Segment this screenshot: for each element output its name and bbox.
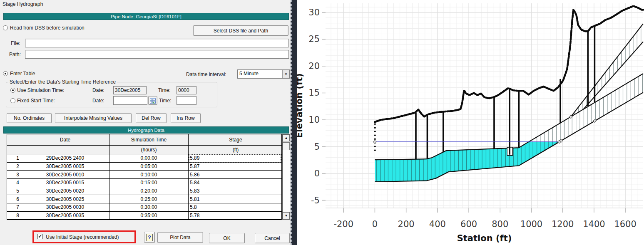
cell-simulation-time[interactable]: 0:05:00 [109,163,189,171]
svg-text:10: 10 [308,115,320,125]
table-row: 630Dec2005 00250:25:005.81 [7,195,281,203]
cancel-button[interactable]: Cancel [255,233,290,243]
window-title: Stage Hydrograph [2,1,43,7]
cell-date[interactable]: 30Dec2005 0010 [21,171,109,179]
fixed-start-time-label: Fixed Start Time: [17,98,55,104]
cell-stage[interactable]: 5.83 [189,187,281,196]
read-from-dss-label: Read from DSS before simulation [10,25,85,31]
unit-date [21,146,109,154]
table-row: 330Dec2005 00100:10:005.86 [7,171,281,179]
table-scrollbar[interactable]: ▲ ▼ [282,134,290,220]
cell-date[interactable]: 29Dec2005 2400 [21,154,109,163]
fixed-start-time-radio[interactable] [10,98,15,103]
cell-date[interactable]: 30Dec2005 0030 [21,203,109,212]
svg-text:600: 600 [460,219,477,229]
time-reference-group-label: Select/Enter the Data's Starting Time Re… [8,79,117,85]
cell-simulation-time[interactable]: 0:00:00 [109,154,189,163]
fixed-date-input[interactable] [113,96,147,105]
cell-date[interactable]: 30Dec2005 0020 [21,187,109,196]
row-number: 6 [7,195,21,203]
data-time-interval-dropdown[interactable]: 5 Minute ▼ [237,69,290,79]
col-header-simulation-time: Simulation Time [109,134,189,146]
ins-row-button[interactable]: Ins Row [171,113,201,123]
row-number: 5 [7,187,21,196]
svg-text:200: 200 [398,219,415,229]
cell-date[interactable]: 30Dec2005 0035 [21,212,109,220]
svg-text:800: 800 [492,219,508,229]
enter-table-radio[interactable] [3,71,8,76]
table-row: 530Dec2005 00200:20:005.83 [7,187,281,196]
scrollbar-thumb[interactable] [283,142,290,150]
svg-text:1400: 1400 [583,219,605,229]
col-header-blank [7,134,21,146]
col-header-stage: Stage [189,134,281,146]
profile-chart: -20002004006008001000120014001600-505101… [291,0,644,245]
file-input[interactable] [25,39,289,47]
row-number: 2 [7,163,21,171]
cell-simulation-time[interactable]: 0:25:00 [109,195,189,203]
screen: Stage Hydrograph Pipe Node: GeorgiaSt [D… [0,0,644,245]
svg-text:1000: 1000 [520,219,542,229]
calendar-button[interactable] [148,96,157,105]
hydrograph-table: DateSimulation TimeStage(hours)(ft)129De… [7,134,282,220]
cell-stage[interactable]: 5.89 [189,154,281,163]
chevron-down-icon[interactable]: ▼ [282,70,289,78]
help-button[interactable]: ? [144,232,155,243]
enter-table-label: Enter Table [10,71,35,77]
plot-data-button[interactable]: Plot Data [157,232,203,243]
node-header-text: Pipe Node: GeorgiaSt [DT6101F] [111,14,181,19]
row-number: 4 [7,179,21,187]
svg-text:30: 30 [308,7,320,17]
unit-blank [7,146,21,154]
file-label: File: [11,40,20,46]
table-row: 830Dec2005 00350:35:005.78 [7,212,281,220]
path-input[interactable] [25,50,289,59]
use-simulation-time-radio[interactable] [10,88,15,93]
row-number: 1 [7,154,21,163]
cell-stage[interactable]: 5.78 [189,212,281,220]
read-from-dss-radio[interactable] [3,25,8,30]
hydrograph-data-bar: Hydrograph Data [3,126,289,134]
unit-ft: (ft) [189,146,281,154]
cell-simulation-time[interactable]: 0:35:00 [109,212,189,220]
sim-time-field[interactable]: 0000 [177,86,196,94]
stage-hydrograph-dialog: Stage Hydrograph Pipe Node: GeorgiaSt [D… [0,0,291,245]
cell-date[interactable]: 30Dec2005 0015 [21,179,109,187]
table-row: 730Dec2005 00300:30:005.8 [7,203,281,212]
cell-simulation-time[interactable]: 0:15:00 [109,179,189,187]
fixed-date-label: Date: [92,98,104,104]
cell-date[interactable]: 30Dec2005 0005 [21,163,109,171]
unit-hours: (hours) [109,146,189,154]
svg-text:1600: 1600 [614,219,636,229]
col-header-date: Date [21,134,109,146]
del-row-button[interactable]: Del Row [136,113,167,123]
cell-stage[interactable]: 5.84 [189,179,281,187]
row-number: 8 [7,212,21,220]
window-divider [291,0,297,245]
ok-button[interactable]: OK [209,233,245,243]
row-number: 7 [7,203,21,212]
svg-text:400: 400 [429,219,446,229]
cell-date[interactable]: 30Dec2005 0025 [21,195,109,203]
svg-text:-5: -5 [311,196,320,205]
calendar-icon [150,98,156,104]
cell-simulation-time[interactable]: 0:30:00 [109,203,189,212]
cell-simulation-time[interactable]: 0:10:00 [109,171,189,179]
cell-stage[interactable]: 5.81 [189,195,281,203]
svg-text:0: 0 [372,219,378,229]
select-dss-button[interactable]: Select DSS file and Path [193,25,288,36]
scroll-down-icon[interactable]: ▼ [283,212,290,219]
use-initial-stage-label: Use Initial Stage (recommended) [46,234,119,240]
fixed-time-input[interactable] [177,96,196,105]
no-ordinates-button[interactable]: No. Ordinates [7,113,52,123]
svg-text:Station (ft): Station (ft) [457,233,512,243]
interpolate-missing-values-button[interactable]: Interpolate Missing Values [55,113,132,123]
cell-stage[interactable]: 5.86 [189,171,281,179]
cell-simulation-time[interactable]: 0:20:00 [109,187,189,196]
cell-stage[interactable]: 5.8 [189,203,281,212]
scroll-up-icon[interactable]: ▲ [283,134,290,141]
cell-stage[interactable]: 5.87 [189,163,281,171]
use-initial-stage-checkbox[interactable]: ✓ [37,234,43,239]
row-number: 3 [7,171,21,179]
sim-date-field[interactable]: 30Dec2005 [113,86,147,94]
